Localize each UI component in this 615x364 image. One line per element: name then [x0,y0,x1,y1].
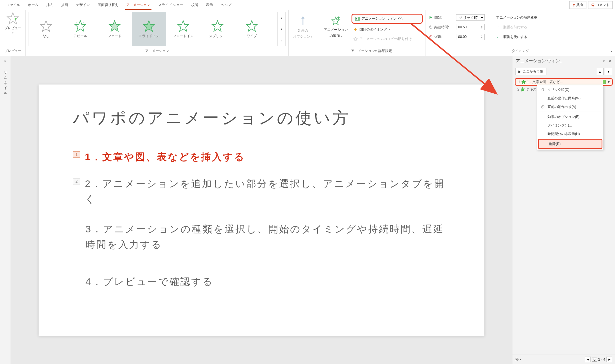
gallery-expand-icon[interactable]: ▿ [277,35,285,46]
group-preview-label: プレビュー [4,49,21,55]
effect-arrow-icon [297,15,308,27]
pane-options-icon[interactable]: ▾ [603,59,605,63]
timeline-next-button[interactable]: ▶ [606,357,612,362]
group-advanced-label: アニメーションの詳細設定 [320,49,423,55]
move-earlier-button: ⌃ 順番を前にする [496,23,537,31]
svg-marker-29 [521,87,525,91]
cm-remove[interactable]: 削除(R) [538,139,602,149]
star-icon [520,87,525,92]
slide-bullet-4: 4．プレビューで確認する [85,274,450,289]
cm-with-previous[interactable]: 直前の動作と同時(W) [537,94,603,102]
star-icon [521,80,526,84]
timing-delay: 遅延: 00.00▲▼ [429,33,485,41]
anim-split[interactable]: スプリット [200,12,235,46]
context-menu: クリック時(C) 直前の動作と同時(W) 直前の動作の後(A) 効果のオプション… [537,85,603,150]
thumbnail-label: サムネイル [3,69,8,94]
ribbon: プレビュー ▾ プレビュー なし アピール フェード [0,10,615,56]
anim-wipe[interactable]: ワイプ [235,12,269,46]
svg-marker-7 [109,21,120,31]
slide[interactable]: パワポのアニメーションの使い方 1 1．文章や図、表などを挿入する 2 2．アニ… [39,85,484,336]
timeline-prev-button[interactable]: ◀ [585,357,591,362]
expand-thumbnails-icon[interactable]: ▸ [5,59,6,63]
tab-transitions[interactable]: 画面切り替え [94,0,122,10]
thumbnail-strip[interactable]: ▸ サムネイル [0,56,11,364]
svg-marker-8 [143,21,154,31]
reorder-label: アニメーションの順序変更 [496,14,537,21]
tab-view[interactable]: 表示 [202,0,217,10]
tab-animations[interactable]: アニメーション [122,0,154,10]
add-animation-button[interactable]: アニメーション の追加 ▾ [320,12,352,49]
item-dropdown-icon[interactable]: ▾ [607,80,611,84]
cm-after-previous[interactable]: 直前の動作の後(A) [537,102,603,111]
comment-button[interactable]: 🗨コメント [588,1,613,9]
svg-rect-18 [358,17,360,21]
cm-timing[interactable]: タイミング(T)... [537,121,603,130]
duration-bar [603,80,606,84]
group-animation-gallery: なし アピール フェード スライドイン フロートイン [26,10,289,56]
animation-painter-button: アニメーションのコピー/貼り付け [352,35,423,43]
ribbon-tabs: ファイル ホーム 挿入 描画 デザイン 画面切り替え アニメーション スライド … [0,0,615,10]
seconds-label: 秒▾ [515,357,521,362]
tab-home[interactable]: ホーム [24,0,42,10]
svg-marker-11 [246,21,257,31]
play-from-here-button[interactable]: ▶ ここから再生 [515,68,546,75]
delay-spinner[interactable]: 00.00▲▼ [456,34,485,40]
anim-tag-1[interactable]: 1 [73,151,80,158]
chevron-down-icon: ▾ [12,32,13,34]
cm-effect-options[interactable]: 効果のオプション(E)... [537,112,603,121]
share-button[interactable]: ⇪共有 [569,1,586,9]
anim-list-item-1[interactable]: 1 1．文章や図、表など... ▾ [515,78,613,86]
tab-draw[interactable]: 描画 [57,0,72,10]
trigger-button[interactable]: 開始のタイミング ▾ [352,26,423,33]
svg-marker-19 [356,18,358,20]
preview-label: プレビュー [4,26,21,31]
slide-bullet-2: 2．アニメーションを追加したい部分を選択し、アニメーションタブを開く [85,176,450,207]
svg-marker-9 [178,21,189,31]
preview-button[interactable]: プレビュー ▾ [4,12,21,34]
svg-marker-13 [301,16,304,19]
cm-on-click[interactable]: クリック時(C) [537,85,603,94]
timeline-pos-4: 4 [603,357,605,361]
main-workspace: ▸ サムネイル パワポのアニメーションの使い方 1 1．文章や図、表などを挿入す… [0,56,615,364]
tab-design[interactable]: デザイン [72,0,94,10]
slide-canvas-area: パワポのアニメーションの使い方 1 1．文章や図、表などを挿入する 2 2．アニ… [11,56,512,364]
animation-pane-button[interactable]: アニメーション ウィンドウ [352,14,423,24]
svg-marker-21 [354,37,358,41]
anim-floatin[interactable]: フロートイン [166,12,200,46]
group-advanced-animation: アニメーション の追加 ▾ アニメーション ウィンドウ 開始のタイミング ▾ ア… [317,10,426,56]
anim-appear[interactable]: アピール [63,12,97,46]
anim-none[interactable]: なし [29,12,63,46]
preview-star-icon [7,12,19,25]
svg-marker-22 [430,16,432,19]
svg-marker-0 [7,13,19,24]
slide-bullet-3: 3．アニメーションの種類を選択し、開始のタイミングや持続時間、遅延時間を入力する [85,221,450,252]
slide-title: パワポのアニメーションの使い方 [73,107,450,129]
move-down-button[interactable]: ▾ [605,68,612,75]
ribbon-collapse-icon[interactable]: ⌃ [610,51,613,55]
gallery-scroll-down-icon[interactable]: ▾ [277,23,285,35]
gallery-more[interactable]: ▴ ▾ ▿ [277,12,285,46]
effect-options-button: 効果の オプション ▾ [293,15,312,39]
duration-spinner[interactable]: 00.50▲▼ [456,24,485,30]
cm-hide-timeline[interactable]: 時間配分の非表示(H) [537,130,603,138]
tab-review[interactable]: 校閲 [187,0,202,10]
close-pane-icon[interactable]: ✕ [608,59,612,63]
timing-duration: 継続時間: 00.50▲▼ [429,23,485,31]
animation-pane-footer: 秒▾ ◀ 0 2 · 4 ▶ [512,355,615,364]
start-select[interactable]: クリック時 [456,14,485,21]
group-effect-options: 効果の オプション ▾ [289,10,317,56]
anim-fade[interactable]: フェード [97,12,132,46]
tab-help[interactable]: ヘルプ [217,0,235,10]
anim-slidein[interactable]: スライドイン [132,12,166,46]
play-icon: ▶ [518,70,521,74]
mouse-icon [540,87,545,92]
move-later-button[interactable]: ⌄ 順番を後にする [496,33,537,41]
tab-slideshow[interactable]: スライド ショー [154,0,187,10]
tab-file[interactable]: ファイル [2,0,24,10]
tab-insert[interactable]: 挿入 [42,0,57,10]
gallery-scroll-up-icon[interactable]: ▴ [277,12,285,23]
anim-tag-2[interactable]: 2 [73,178,80,184]
move-up-button[interactable]: ▴ [596,68,604,75]
timeline-current: 0 [592,357,597,362]
svg-line-34 [543,107,544,107]
